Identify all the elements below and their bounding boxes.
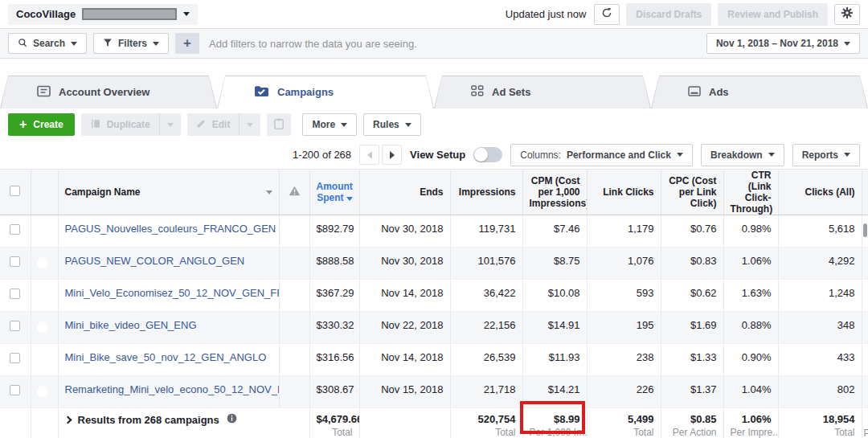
row-checkbox[interactable] — [10, 256, 20, 267]
header-label: Clicks (All) — [805, 186, 854, 198]
total-clicks-all: 18,954 Total — [778, 408, 862, 438]
tab-label: Account Overview — [59, 86, 149, 98]
cell-clicks-all: 4,292 — [778, 248, 862, 280]
cell-ctr: 1.04% — [723, 376, 778, 408]
edit-label: Edit — [212, 119, 231, 130]
cell-partial — [862, 312, 868, 344]
column-header-cpc[interactable]: CPC (Cost per Link Click) — [661, 170, 723, 215]
column-header-ctr[interactable]: CTR (Link Click-Through) — [723, 170, 778, 215]
cell-cpm: $14.91 — [522, 312, 587, 344]
duplicate-caret-button[interactable] — [159, 113, 181, 136]
campaign-name-link[interactable]: Mini_bike_video_GEN_ENG — [65, 319, 197, 331]
cell-ends: Nov 15, 2018 — [359, 376, 450, 408]
breakdown-dropdown[interactable]: Breakdown — [701, 144, 784, 166]
row-checkbox[interactable] — [10, 321, 20, 331]
cell-delivery — [279, 376, 309, 408]
date-range-selector[interactable]: Nov 1, 2018 – Nov 21, 2018 — [706, 33, 860, 54]
search-dropdown[interactable]: Search — [8, 33, 87, 54]
cell-delivery — [279, 344, 309, 376]
results-summary: Results from 268 campaigns — [78, 414, 219, 426]
cell-cpm: $8.75 — [522, 248, 587, 280]
column-header-amount-spent[interactable]: Amount Spent — [309, 170, 359, 215]
view-setup-toggle[interactable] — [473, 147, 502, 162]
cell-cpm: $10.08 — [522, 280, 587, 312]
tab-account-overview[interactable]: Account Overview — [0, 76, 217, 108]
table-row: PAGUS_NEW_COLOR_ANGLO_GEN $888.58 Nov 30… — [0, 248, 868, 280]
campaign-name-link[interactable]: Remarketing_Mini_velo_econo_50_12_NOV_FR… — [65, 383, 280, 395]
ad-sets-grid-icon — [471, 85, 484, 100]
campaign-name-link[interactable]: Mini_Bike_save_50_nov_12_GEN_ANGLO — [65, 351, 267, 363]
select-all-checkbox[interactable] — [10, 186, 20, 196]
row-checkbox[interactable] — [10, 353, 20, 363]
rules-dropdown[interactable]: Rules — [363, 113, 421, 136]
cell-cpm: $14.21 — [522, 376, 587, 408]
row-checkbox[interactable] — [10, 224, 20, 235]
campaign-name-link[interactable]: Mini_Velo_Economisez_50_12_NOV_GEN_FRANC… — [65, 287, 280, 299]
edit-caret-button[interactable] — [239, 113, 260, 136]
cell-amount-spent: $888.58 — [309, 248, 359, 280]
previous-icon — [367, 151, 372, 159]
cell-clicks-all: 1,248 — [778, 280, 862, 312]
table-controls: 1-200 of 268 View Setup Columns: Perform… — [0, 141, 868, 169]
chevron-down-icon — [266, 190, 272, 194]
cell-amount-spent: $316.56 — [309, 344, 359, 376]
cell-link-clicks: 238 — [587, 344, 661, 376]
sort-caret-icon — [346, 197, 353, 201]
warning-triangle-icon — [289, 187, 301, 199]
total-cpm: $8.99 Per 1,000 Im... — [522, 408, 587, 438]
cell-ctr: 1.63% — [723, 280, 778, 312]
column-header-delivery-warning[interactable] — [279, 170, 309, 215]
campaign-name-link[interactable]: PAGUS_NEW_COLOR_ANGLO_GEN — [65, 255, 245, 267]
total-link-clicks: 5,499 Total — [587, 408, 661, 438]
column-header-campaign-name[interactable]: Campaign Name — [58, 170, 279, 215]
expand-results-chevron-icon[interactable] — [63, 416, 72, 424]
tab-ad-sets[interactable]: Ad Sets — [434, 76, 651, 108]
review-and-publish-button[interactable]: Review and Publish — [718, 3, 828, 26]
header-label: Campaign Name — [65, 186, 141, 198]
duplicate-button[interactable]: Duplicate — [81, 113, 159, 136]
table-row: PAGUS_Nouvelles_couleurs_FRANCO_GEN $892… — [0, 215, 868, 248]
duplicate-icon — [90, 118, 101, 132]
account-selector[interactable]: CocoVillage — [8, 4, 198, 25]
total-ctr: 1.06% Per Impre... — [723, 408, 778, 438]
refresh-button[interactable] — [594, 4, 620, 25]
next-page-button[interactable] — [382, 145, 402, 165]
header-label: CPC (Cost per Link Click) — [669, 175, 716, 209]
campaign-name-link[interactable]: PAGUS_Nouvelles_couleurs_FRANCO_GEN — [65, 223, 276, 235]
column-header-link-clicks[interactable]: Link Clicks — [587, 170, 661, 215]
chevron-down-icon — [844, 153, 850, 157]
tab-ads[interactable]: Ads — [651, 76, 868, 108]
create-button[interactable]: + Create — [8, 113, 75, 136]
refresh-icon — [601, 7, 612, 21]
cell-cpm: $11.93 — [522, 344, 587, 376]
more-dropdown[interactable]: More — [302, 113, 357, 136]
total-amount-spent: $4,679.66 Total Spent — [309, 408, 359, 438]
column-header-impressions[interactable]: Impressions — [450, 170, 522, 215]
discard-drafts-button[interactable]: Discard Drafts — [626, 3, 711, 26]
cell-amount-spent: $892.79 — [309, 215, 359, 248]
table-row: Mini_bike_video_GEN_ENG $330.32 Nov 22, … — [0, 312, 868, 344]
row-checkbox[interactable] — [10, 385, 20, 395]
vertical-scrollbar[interactable] — [863, 223, 867, 237]
column-header-clicks-all[interactable]: Clicks (All) — [778, 170, 862, 215]
column-header-cpm[interactable]: CPM (Cost per 1,000 Impressions) — [522, 170, 587, 215]
settings-button[interactable] — [834, 4, 860, 25]
add-filter-button[interactable]: + — [175, 33, 199, 54]
cell-cpm: $7.46 — [522, 215, 587, 248]
filters-dropdown[interactable]: Filters — [93, 33, 169, 54]
info-icon[interactable] — [227, 413, 237, 426]
cell-cpc: $0.62 — [661, 280, 723, 312]
clipboard-icon — [274, 118, 284, 132]
paste-button[interactable] — [267, 113, 291, 136]
tab-campaigns[interactable]: Campaigns — [217, 76, 434, 108]
filter-placeholder-text: Add filters to narrow the data you are s… — [209, 38, 417, 50]
column-header-ends[interactable]: Ends — [359, 170, 450, 215]
reports-dropdown[interactable]: Reports — [792, 144, 860, 166]
cell-ends: Nov 30, 2018 — [359, 248, 450, 280]
previous-page-button[interactable] — [359, 145, 379, 165]
cell-delivery — [279, 312, 309, 344]
edit-button[interactable]: Edit — [187, 113, 240, 136]
filter-bar: Search Filters + Add filters to narrow t… — [0, 29, 868, 59]
columns-dropdown[interactable]: Columns: Performance and Click — [510, 144, 693, 166]
row-checkbox[interactable] — [10, 289, 20, 299]
